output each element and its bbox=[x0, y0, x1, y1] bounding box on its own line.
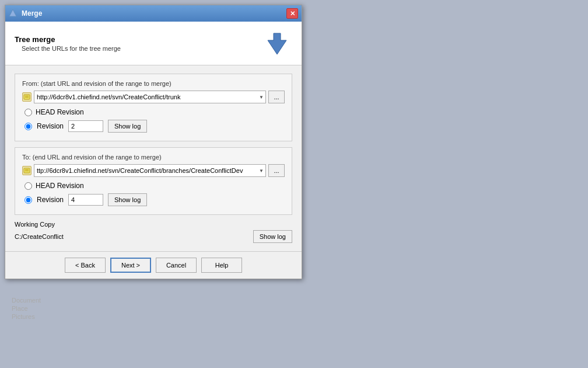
from-dots-button[interactable]: ... bbox=[268, 91, 285, 103]
working-copy-section: Working Copy C:/CreateConflict Show log bbox=[15, 221, 292, 243]
dialog-title: Tree merge bbox=[15, 35, 121, 44]
dialog-subtitle: Select the URLs for the tree merge bbox=[22, 45, 121, 52]
wc-show-log-button[interactable]: Show log bbox=[253, 230, 292, 243]
to-head-label: HEAD Revision bbox=[36, 182, 84, 190]
from-show-log-button[interactable]: Show log bbox=[108, 120, 147, 133]
window-body: Tree merge Select the URLs for the tree … bbox=[5, 22, 302, 279]
from-revision-input[interactable] bbox=[68, 120, 103, 132]
svg-marker-1 bbox=[268, 33, 286, 54]
from-url-icon bbox=[22, 92, 32, 102]
back-button[interactable]: < Back bbox=[65, 258, 106, 273]
from-revision-label: Revision bbox=[37, 122, 64, 130]
header-text: Tree merge Select the URLs for the tree … bbox=[15, 35, 121, 52]
working-copy-label: Working Copy bbox=[15, 221, 292, 228]
to-url-row: ttp://6dcr8v1.chiefind.net/svn/CreateCon… bbox=[22, 164, 285, 177]
svg-marker-0 bbox=[9, 9, 16, 16]
working-copy-row: C:/CreateConflict Show log bbox=[15, 230, 292, 243]
svg-rect-7 bbox=[25, 171, 29, 171]
to-group: To: (end URL and revision of the range t… bbox=[15, 147, 292, 215]
working-copy-path: C:/CreateConflict bbox=[15, 233, 64, 240]
to-url-select[interactable]: ttp://6dcr8v1.chiefind.net/svn/CreateCon… bbox=[34, 164, 266, 177]
bg-item-1: Document bbox=[12, 297, 41, 304]
svg-rect-3 bbox=[25, 96, 29, 96]
window-title: Merge bbox=[22, 9, 286, 18]
to-revision-row: Revision Show log bbox=[22, 193, 285, 206]
from-url-select[interactable]: http://6dcr8v1.chiefind.net/svn/CreateCo… bbox=[34, 91, 266, 103]
bg-item-2: Place bbox=[12, 305, 41, 312]
header-section: Tree merge Select the URLs for the tree … bbox=[5, 22, 302, 65]
to-url-icon bbox=[22, 166, 32, 175]
main-content: From: (start URL and revision of the ran… bbox=[5, 65, 302, 251]
from-head-revision-row: HEAD Revision bbox=[22, 108, 285, 116]
bg-item-3: Pictures bbox=[12, 313, 41, 320]
svg-rect-4 bbox=[25, 97, 29, 98]
merge-window: Merge ✕ Tree merge Select the URLs for t… bbox=[5, 5, 302, 279]
close-button[interactable]: ✕ bbox=[286, 8, 298, 19]
to-head-radio[interactable] bbox=[24, 182, 32, 190]
footer: < Back Next > Cancel Help bbox=[5, 251, 302, 279]
window-icon bbox=[9, 9, 18, 18]
from-url-row: http://6dcr8v1.chiefind.net/svn/CreateCo… bbox=[22, 91, 285, 103]
to-revision-label: Revision bbox=[37, 196, 64, 204]
next-button[interactable]: Next > bbox=[110, 258, 151, 273]
to-revision-radio[interactable] bbox=[24, 196, 32, 204]
cancel-button[interactable]: Cancel bbox=[156, 258, 197, 273]
to-dots-button[interactable]: ... bbox=[268, 164, 285, 177]
to-head-revision-row: HEAD Revision bbox=[22, 182, 285, 190]
to-show-log-button[interactable]: Show log bbox=[108, 193, 147, 206]
svg-rect-6 bbox=[25, 169, 29, 170]
from-label: From: (start URL and revision of the ran… bbox=[22, 80, 285, 87]
background-items: Document Place Pictures bbox=[0, 284, 52, 333]
help-button[interactable]: Help bbox=[201, 258, 242, 273]
from-revision-row: Revision Show log bbox=[22, 120, 285, 133]
from-revision-radio[interactable] bbox=[24, 123, 32, 130]
from-head-radio[interactable] bbox=[24, 109, 32, 116]
from-head-label: HEAD Revision bbox=[36, 108, 84, 116]
to-revision-input[interactable] bbox=[68, 194, 103, 206]
to-url-select-wrapper[interactable]: ttp://6dcr8v1.chiefind.net/svn/CreateCon… bbox=[34, 164, 266, 177]
merge-icon bbox=[263, 29, 292, 58]
from-group: From: (start URL and revision of the ran… bbox=[15, 74, 292, 141]
titlebar: Merge ✕ bbox=[5, 5, 302, 22]
from-url-select-wrapper[interactable]: http://6dcr8v1.chiefind.net/svn/CreateCo… bbox=[34, 91, 266, 103]
to-label: To: (end URL and revision of the range t… bbox=[22, 154, 285, 161]
